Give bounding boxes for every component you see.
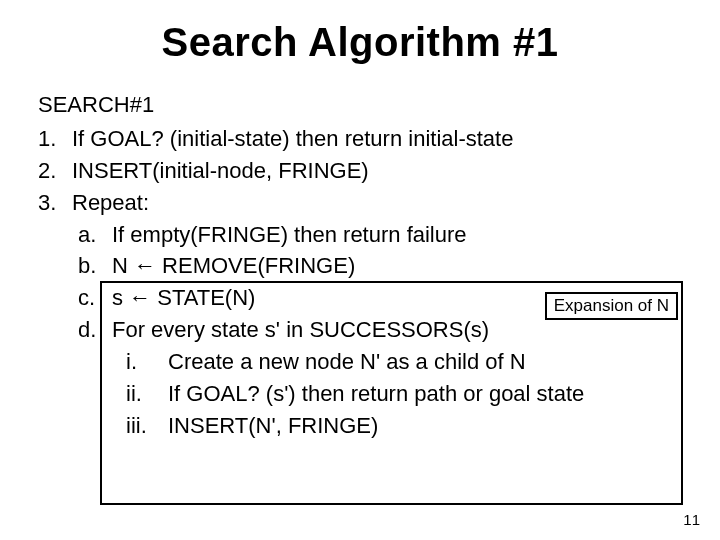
step-1: If GOAL? (initial-state) then return ini…: [38, 123, 682, 155]
step-3d-i: Create a new node N' as a child of N: [126, 346, 682, 378]
step-3d-iii: INSERT(N', FRINGE): [126, 410, 682, 442]
algorithm-steps: If GOAL? (initial-state) then return ini…: [38, 123, 682, 442]
algorithm-name: SEARCH#1: [38, 89, 682, 121]
step-2: INSERT(initial-node, FRINGE): [38, 155, 682, 187]
step-3b: N ← REMOVE(FRINGE): [78, 250, 682, 282]
step-3a: If empty(FRINGE) then return failure: [78, 219, 682, 251]
step-3d-ii: If GOAL? (s') then return path or goal s…: [126, 378, 682, 410]
step-3-substeps: If empty(FRINGE) then return failure N ←…: [78, 219, 682, 442]
step-3d: For every state s' in SUCCESSORS(s) Crea…: [78, 314, 682, 442]
step-3d-substeps: Create a new node N' as a child of N If …: [126, 346, 682, 442]
step-3-text: Repeat:: [72, 190, 149, 215]
slide: Search Algorithm #1 SEARCH#1 If GOAL? (i…: [0, 0, 720, 442]
page-number: 11: [683, 511, 700, 528]
slide-title: Search Algorithm #1: [38, 20, 682, 65]
step-3d-text: For every state s' in SUCCESSORS(s): [112, 317, 489, 342]
expansion-box-label: Expansion of N: [545, 292, 678, 320]
slide-content: SEARCH#1 If GOAL? (initial-state) then r…: [38, 89, 682, 442]
